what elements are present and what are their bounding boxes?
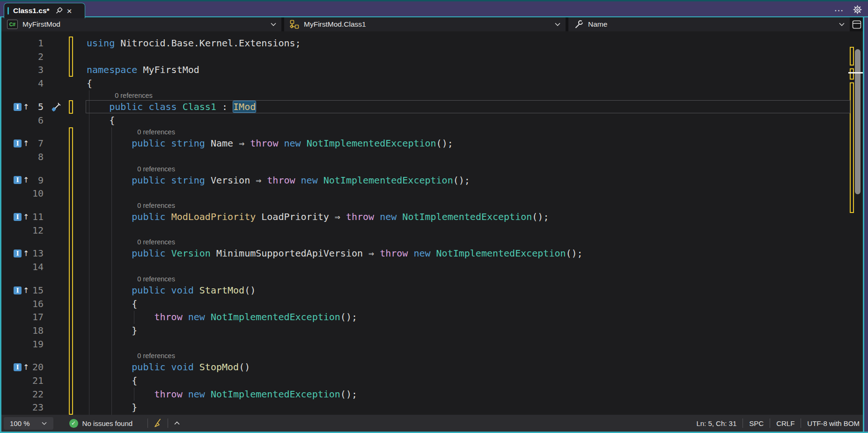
code-line[interactable]: public string Version ⇒ throw new NotImp…	[87, 174, 470, 187]
code-line[interactable]: }	[87, 401, 137, 414]
line-number: 23	[1, 401, 44, 414]
close-icon[interactable]: ×	[67, 7, 72, 15]
codelens-references[interactable]: 0 references	[137, 352, 175, 361]
tab-label: Class1.cs*	[13, 7, 50, 15]
line-number: 10	[1, 187, 44, 200]
code-line[interactable]: using Nitrocid.Base.Kernel.Extensions;	[87, 37, 301, 50]
code-line[interactable]: {	[87, 297, 137, 311]
caret-position[interactable]: Ln: 5, Ch: 31	[696, 419, 736, 427]
line-number: 3	[1, 63, 44, 77]
divider	[743, 418, 743, 428]
code-line[interactable]: public class Class1 : IMod	[87, 100, 256, 114]
window-border	[0, 17, 1, 433]
inheritance-margin-icon[interactable]: I↑	[14, 210, 29, 224]
codelens-references[interactable]: 0 references	[115, 91, 153, 101]
line-number: 16	[1, 297, 44, 311]
line-number: 6	[1, 114, 44, 127]
scrollbar-change-mark	[850, 82, 854, 213]
member-dropdown[interactable]: Name	[568, 17, 850, 31]
issues-label: No issues found	[82, 419, 133, 427]
line-number: 17	[1, 310, 44, 324]
change-tracking-bar	[69, 100, 73, 114]
chevron-down-icon	[839, 22, 845, 27]
line-number: 21	[1, 374, 44, 388]
inheritance-margin-icon[interactable]: I↑	[14, 174, 29, 187]
encoding[interactable]: UTF-8 with BOM	[807, 419, 860, 427]
type-dropdown-value: MyFirstMod.Class1	[304, 20, 366, 29]
navigation-bar: C# MyFirstMod MyFirstMod.Class1	[1, 17, 864, 31]
code-line[interactable]: public ModLoadPriority LoadPriority ⇒ th…	[87, 210, 549, 224]
codelens-references[interactable]: 0 references	[137, 238, 175, 248]
code-line[interactable]: public void StartMod()	[87, 284, 256, 297]
code-line[interactable]: throw new NotImplementedException();	[87, 388, 357, 401]
inheritance-margin-icon[interactable]: I↑	[14, 100, 29, 114]
line-number: 19	[1, 338, 44, 351]
code-line[interactable]: {	[87, 374, 137, 388]
tab-active-indicator	[7, 7, 9, 15]
chevron-down-icon	[270, 22, 277, 27]
code-line[interactable]: public string Name ⇒ throw new NotImplem…	[87, 137, 453, 150]
scrollbar-change-mark	[850, 47, 854, 66]
issues-indicator[interactable]: ✓ No issues found	[69, 419, 133, 428]
wrench-icon	[574, 20, 583, 29]
scrollbar-thumb[interactable]	[855, 49, 861, 194]
code-line[interactable]: {	[87, 77, 92, 90]
change-tracking-bar	[69, 37, 73, 77]
code-editor[interactable]: 1using Nitrocid.Base.Kernel.Extensions;2…	[1, 31, 864, 415]
inheritance-margin-icon[interactable]: I↑	[14, 247, 29, 260]
line-ending[interactable]: CRLF	[776, 419, 794, 427]
divider	[801, 418, 801, 428]
project-dropdown-value: MyFirstMod	[22, 20, 60, 29]
inheritance-margin-icon[interactable]: I↑	[14, 284, 29, 297]
member-dropdown-value: Name	[588, 20, 607, 29]
zoom-dropdown[interactable]: 100 %	[4, 417, 53, 430]
split-window-button[interactable]	[850, 18, 863, 30]
codelens-references[interactable]: 0 references	[137, 128, 175, 138]
line-number: 4	[1, 77, 44, 90]
divider	[770, 418, 770, 428]
divider	[168, 418, 168, 428]
code-cleanup-broom-icon[interactable]	[153, 418, 163, 428]
code-line[interactable]: public void StopMod()	[87, 360, 250, 374]
inheritance-margin-icon[interactable]: I↑	[14, 137, 29, 150]
chevron-up-icon[interactable]	[174, 421, 180, 426]
quick-actions-icon[interactable]	[50, 101, 62, 114]
check-circle-icon: ✓	[69, 419, 78, 428]
line-number: 18	[1, 324, 44, 338]
line-number: 1	[1, 37, 44, 50]
scrollbar-change-mark	[850, 68, 854, 80]
inheritance-margin-icon[interactable]: I↑	[14, 360, 29, 374]
code-line[interactable]: }	[87, 324, 137, 338]
class-icon	[290, 20, 299, 29]
settings-gear-icon[interactable]	[853, 5, 862, 15]
change-tracking-bar	[69, 127, 73, 415]
codelens-references[interactable]: 0 references	[137, 165, 175, 175]
status-bar: 100 % ✓ No issues found Ln: 5, Ch: 31	[1, 415, 864, 432]
csharp-project-icon: C#	[7, 20, 18, 29]
divider	[147, 418, 148, 428]
pin-icon[interactable]	[54, 7, 63, 15]
code-line[interactable]: public Version MinimumSupportedApiVersio…	[87, 247, 583, 260]
chevron-down-icon	[554, 22, 561, 27]
code-line[interactable]: {	[87, 114, 115, 127]
title-bar: Class1.cs* × …	[0, 0, 868, 17]
window-border	[864, 17, 868, 433]
tab-class1[interactable]: Class1.cs* ×	[4, 3, 85, 18]
type-dropdown[interactable]: MyFirstMod.Class1	[284, 17, 566, 31]
code-line[interactable]: throw new NotImplementedException();	[87, 310, 357, 324]
codelens-references[interactable]: 0 references	[137, 201, 175, 211]
zoom-value: 100 %	[10, 419, 30, 427]
code-line[interactable]: namespace MyFirstMod	[87, 63, 199, 77]
line-number: 8	[1, 150, 44, 164]
chevron-down-icon	[41, 421, 47, 426]
line-number: 2	[1, 50, 44, 64]
codelens-references[interactable]: 0 references	[137, 275, 175, 285]
indentation-mode[interactable]: SPC	[749, 419, 764, 427]
vs-window: Class1.cs* × … C# MyFirstMod	[0, 0, 868, 433]
scrollbar-caret-marker	[848, 72, 864, 73]
symbol-highlight: IMod	[233, 101, 256, 112]
more-options-button[interactable]: …	[834, 6, 844, 10]
line-number: 12	[1, 224, 44, 237]
project-dropdown[interactable]: C# MyFirstMod	[1, 17, 281, 31]
line-number: 14	[1, 260, 44, 274]
